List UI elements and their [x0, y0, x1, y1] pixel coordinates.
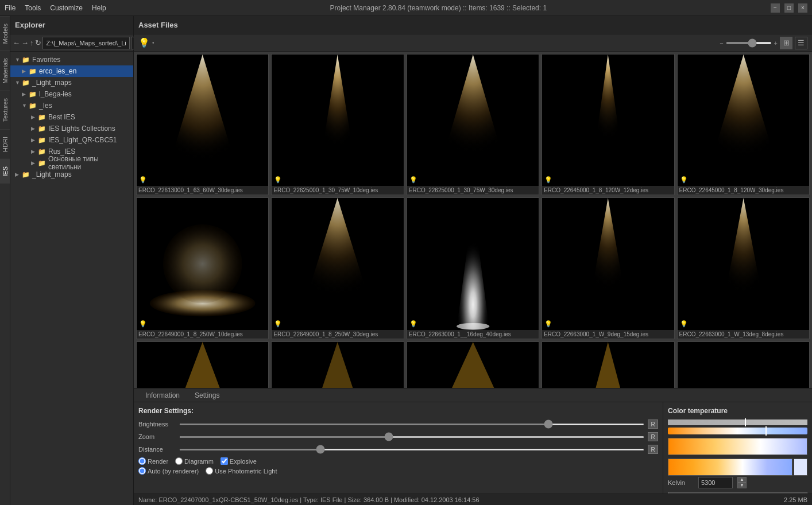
distance-reset-button[interactable]: R — [648, 445, 658, 454]
asset-item[interactable]: ERCO_22407000_p2.ies — [271, 341, 404, 388]
asset-thumbnail: 💡 — [678, 55, 809, 186]
folder-icon: 📁 — [38, 160, 46, 167]
asset-item[interactable]: ERCO_22407000_p1.ies — [136, 341, 269, 388]
asset-item[interactable] — [677, 341, 810, 388]
sidebar-item-textures[interactable]: Textures — [0, 91, 10, 129]
folder-icon: 📁 — [38, 114, 46, 121]
kelvin-input[interactable] — [698, 477, 733, 488]
asset-item[interactable]: 💡 ERCO_22663000_1_W_9deg_15deg.ies — [542, 197, 674, 339]
tree-item-ies-qr[interactable]: ▶ 📁 IES_Light_QR-CBC51 — [10, 134, 133, 146]
tree-label: erco_ies_en — [39, 67, 76, 75]
asset-item[interactable]: ERCO_22407000_p3.ies — [407, 341, 539, 388]
sidebar-item-ies[interactable]: IES — [0, 159, 10, 184]
diagramm-radio[interactable] — [175, 457, 183, 465]
asset-item[interactable]: 💡 ERCO_22645000_1_8_120W_30deg.ies — [677, 54, 810, 195]
file-size: 2.25 MB — [784, 496, 807, 503]
diagramm-radio-label: Diagramm — [184, 458, 214, 465]
photometric-radio[interactable] — [206, 467, 213, 475]
asset-item[interactable]: 💡 ERCO_22663000_1_W_13deg_8deg.ies — [677, 197, 810, 339]
tree-item-osnov[interactable]: ▶ 📁 Основные типы светильни — [10, 157, 133, 169]
app-title: Project Manager 2.80.84 (teamwork mode) … — [106, 4, 771, 12]
menu-bar: File Tools Customize Help — [5, 4, 106, 12]
tree-label: Best IES — [48, 113, 75, 121]
color-temperature-panel: Color temperature Kelvin ▲ ▼ — [663, 402, 812, 494]
auto-radio-item[interactable]: Auto (by renderer) — [138, 467, 199, 475]
kelvin-up-button[interactable]: ▲ — [737, 477, 747, 483]
menu-file[interactable]: File — [5, 4, 16, 12]
list-view-button[interactable]: ☰ — [795, 37, 807, 49]
up-button[interactable]: ↑ — [30, 37, 34, 49]
tree-item-favorites[interactable]: ▼ 📁 Favorites — [10, 54, 133, 65]
zoom-reset-button[interactable]: R — [648, 432, 658, 441]
maximize-button[interactable]: □ — [784, 3, 794, 13]
sidebar-item-models[interactable]: Models — [0, 16, 10, 50]
asset-label: ERCO_22645000_1_8_120W_12deg.ies — [542, 186, 674, 195]
asset-item[interactable]: 💡 ERCO_22613000_1_63_60W_30deg.ies — [136, 54, 269, 195]
asset-item[interactable]: 💡 ERCO_22625000_1_30_75W_10deg.ies — [271, 54, 404, 195]
menu-customize[interactable]: Customize — [50, 4, 83, 12]
minimize-button[interactable]: − — [771, 3, 780, 13]
asset-item[interactable]: 💡 ERCO_22625000_1_30_75W_30deg.ies — [407, 54, 539, 195]
zoom-slider[interactable] — [179, 436, 644, 438]
sidebar-item-hdri[interactable]: HDRI — [0, 129, 10, 159]
sidebar-item-materials[interactable]: Materials — [0, 50, 10, 91]
kelvin-down-button[interactable]: ▼ — [737, 483, 747, 488]
auto-radio[interactable] — [138, 467, 146, 475]
tree-item-ies[interactable]: ▼ 📁 _Ies — [10, 100, 133, 111]
asset-item[interactable]: 💡 ERCO_22649000_1_8_250W_10deg.ies — [136, 197, 269, 339]
explorer-header: Explorer — [10, 16, 133, 34]
brightness-reset-button[interactable]: R — [648, 419, 658, 429]
explosive-checkbox[interactable] — [221, 457, 228, 465]
asset-thumbnail — [407, 342, 539, 388]
asset-item[interactable]: 💡 ERCO_22645000_1_8_120W_12deg.ies — [542, 54, 674, 195]
asset-thumbnail — [542, 342, 674, 388]
asset-label: ERCO_22613000_1_63_60W_30deg.ies — [137, 186, 268, 195]
kelvin-row: Kelvin ▲ ▼ — [668, 477, 807, 488]
brightness-label: Brightness — [138, 421, 176, 428]
brightness-row: Brightness R — [138, 419, 658, 429]
folder-icon: 📁 — [22, 171, 30, 178]
temp-marker — [765, 426, 767, 436]
distance-slider[interactable] — [179, 449, 644, 450]
tree-label: Favorites — [32, 56, 60, 64]
brightness-slider[interactable] — [179, 424, 644, 425]
side-tabs: Models Materials Textures HDRI IES — [0, 16, 10, 505]
photometric-radio-label: Use Photometric Light — [215, 468, 277, 475]
path-input[interactable]: Z:\|_Maps\_Maps_sorted\_Light_maps\_Ies\… — [42, 37, 130, 49]
tree-item-ies-lights[interactable]: ▶ 📁 IES Lights Collections — [10, 123, 133, 134]
tree-label: IES Lights Collections — [48, 125, 115, 133]
menu-help[interactable]: Help — [92, 4, 106, 12]
asset-item[interactable]: 💡 ERCO_22649000_1_8_250W_30deg.ies — [271, 197, 404, 339]
photometric-radio-item[interactable]: Use Photometric Light — [206, 467, 277, 475]
grid-view-button[interactable]: ⊞ — [780, 37, 792, 49]
temp-position-marker — [745, 418, 746, 426]
tab-settings[interactable]: Settings — [188, 389, 226, 402]
render-radio-item[interactable]: Render — [138, 457, 168, 465]
refresh-button[interactable]: ↻ — [35, 37, 41, 49]
tree-item-light-maps[interactable]: ▼ 📁 _Light_maps — [10, 77, 133, 88]
asset-thumbnail — [272, 342, 403, 388]
size-label-plus: + — [774, 40, 778, 46]
tree-item-erco-ies[interactable]: ▶ 📁 erco_ies_en — [10, 65, 133, 77]
explorer-toolbar: ← → ↑ ↻ Z:\|_Maps\_Maps_sorted\_Light_ma… — [10, 34, 133, 52]
forward-button[interactable]: → — [21, 37, 29, 49]
explosive-check-item[interactable]: Explosive — [221, 457, 257, 465]
menu-tools[interactable]: Tools — [25, 4, 41, 12]
folder-icon: 📁 — [38, 148, 46, 156]
tree-item-best-ies[interactable]: ▶ 📁 Best IES — [10, 111, 133, 123]
asset-thumbnail: 💡 — [678, 198, 809, 329]
back-button[interactable]: ← — [13, 37, 20, 49]
asset-thumbnail: 💡 — [407, 198, 539, 329]
tab-information[interactable]: Information — [138, 389, 187, 402]
info-tabs: Information Settings — [134, 388, 812, 402]
render-radio[interactable] — [138, 457, 146, 465]
asset-thumbnail: 💡 — [407, 55, 539, 186]
close-button[interactable]: × — [798, 3, 807, 13]
diagramm-radio-item[interactable]: Diagramm — [175, 457, 214, 465]
tree-item-bega[interactable]: ▶ 📁 l_Bega-ies — [10, 88, 133, 100]
asset-item[interactable]: ERCO_22407000_p4.ies — [542, 341, 674, 388]
main-layout: Models Materials Textures HDRI IES Explo… — [0, 16, 812, 505]
asset-item[interactable]: 💡 ERCO_22663000_1__16deg_40deg.ies — [407, 197, 539, 339]
asset-label: ERCO_22649000_1_8_250W_10deg.ies — [137, 330, 268, 339]
thumbnail-size-slider[interactable] — [726, 42, 772, 44]
